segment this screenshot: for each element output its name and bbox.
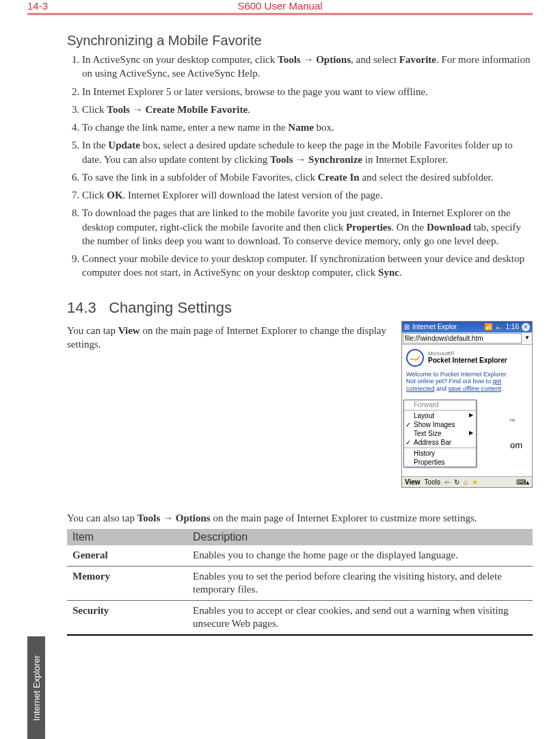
step-9: Connect your mobile device to your deskt…	[82, 252, 533, 280]
manual-title: S600 User Manual	[27, 0, 533, 12]
step-7: Click OK. Internet Explorer will downloa…	[82, 188, 533, 202]
step-5: In the Update box, select a desired upda…	[82, 138, 533, 166]
behind-om: om	[510, 441, 522, 450]
step-1: In ActiveSync on your desktop computer, …	[82, 53, 533, 81]
row-desc: Enables you to accept or clear cookies, …	[187, 600, 533, 635]
home-icon[interactable]: ⌂	[464, 478, 468, 486]
menu-layout[interactable]: Layout▶	[404, 411, 476, 420]
footer-view[interactable]: View	[405, 478, 421, 486]
view-menu: Forward Layout▶ Show Images Text Size▶ A…	[403, 400, 477, 467]
row-item: General	[67, 545, 187, 566]
menu-text-size[interactable]: Text Size▶	[404, 429, 476, 438]
header-divider	[27, 13, 533, 15]
tools-options-para: You can also tap Tools → Options on the …	[67, 511, 533, 525]
table-row: Memory Enables you to set the period bef…	[67, 566, 533, 600]
menu-forward[interactable]: Forward	[404, 400, 476, 409]
device-screenshot: ⊞ Internet Explor 📶 🔈 1:16 ✕ ▼ Microsoft	[401, 321, 533, 488]
row-item: Memory	[67, 566, 187, 600]
section-heading-14-3: 14.3 Changing Settings	[67, 299, 533, 317]
behind-tm: ™	[509, 417, 516, 425]
options-table: Item Description General Enables you to …	[67, 529, 533, 636]
sync-steps-list: In ActiveSync on your desktop computer, …	[67, 53, 533, 280]
menu-properties[interactable]: Properties	[404, 458, 476, 467]
section-title-sync: Synchronizing a Mobile Favorite	[67, 33, 533, 49]
ie-logo-icon	[406, 349, 424, 367]
address-dropdown-icon[interactable]: ▼	[522, 333, 532, 344]
close-icon[interactable]: ✕	[522, 323, 530, 331]
side-tab-label: Internet Explorer	[31, 655, 42, 721]
favorites-icon[interactable]: ★	[472, 478, 478, 486]
row-item: Security	[67, 600, 187, 635]
menu-address-bar[interactable]: Address Bar	[404, 438, 476, 447]
windows-flag-icon: ⊞	[404, 323, 410, 330]
step-4: To change the link name, enter a new nam…	[82, 120, 533, 134]
device-clock: 1:16	[506, 323, 519, 330]
footer-tools[interactable]: Tools	[425, 478, 440, 486]
welcome-text: Welcome to Pocket Internet Explorer. Not…	[406, 371, 528, 393]
refresh-icon[interactable]: ↻	[454, 478, 459, 486]
submenu-arrow-icon: ▶	[469, 413, 473, 419]
changing-settings-intro: You can tap View on the main page of Int…	[67, 324, 389, 352]
col-desc-header: Description	[187, 529, 533, 545]
address-input[interactable]	[403, 333, 522, 343]
device-footer: View Tools ⇐ ↻ ⌂ ★ ⌨▴	[402, 476, 532, 487]
table-row: General Enables you to change the home p…	[67, 545, 533, 566]
row-desc: Enables you to set the period before cle…	[187, 566, 533, 600]
device-title-text: Internet Explor	[412, 323, 481, 330]
step-8: To download the pages that are linked to…	[82, 206, 533, 248]
submenu-arrow-icon: ▶	[469, 430, 473, 437]
menu-show-images[interactable]: Show Images	[404, 420, 476, 429]
menu-history[interactable]: History	[404, 449, 476, 458]
save-offline-link[interactable]: save offline content	[449, 385, 501, 392]
back-icon[interactable]: ⇐	[444, 478, 450, 486]
table-row: Security Enables you to accept or clear …	[67, 600, 533, 635]
step-6: To save the link in a subfolder of Mobil…	[82, 170, 533, 184]
speaker-icon: 🔈	[495, 323, 503, 330]
step-3: Click Tools → Create Mobile Favorite.	[82, 103, 533, 116]
side-tab: Internet Explorer	[27, 636, 45, 739]
step-2: In Internet Explorer 5 or later versions…	[82, 85, 533, 99]
row-desc: Enables you to change the home page or t…	[187, 545, 533, 566]
signal-icon: 📶	[484, 323, 492, 330]
microsoft-label: Microsoft®	[428, 351, 507, 357]
pie-label: Pocket Internet Explorer	[428, 356, 507, 364]
col-item-header: Item	[67, 529, 187, 545]
keyboard-icon[interactable]: ⌨▴	[516, 478, 529, 486]
device-titlebar: ⊞ Internet Explor 📶 🔈 1:16 ✕	[402, 322, 532, 333]
